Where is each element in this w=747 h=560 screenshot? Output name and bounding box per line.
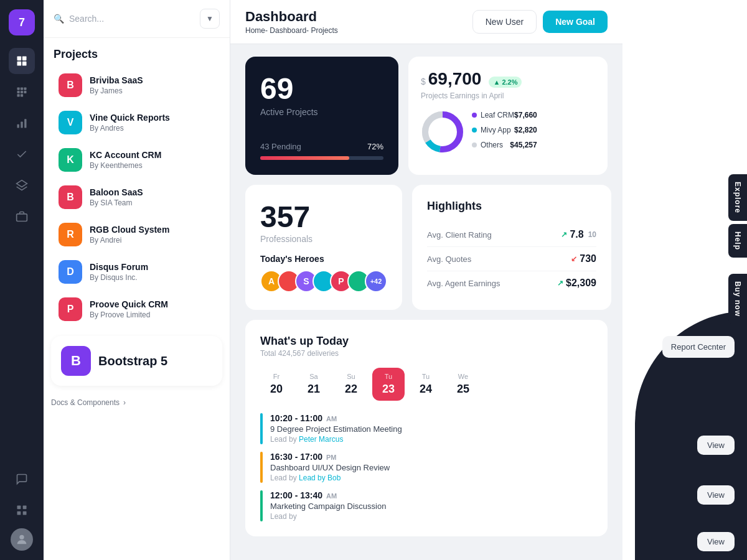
projects-panel: 🔍 ▼ Projects B Briviba SaaS By James V V… xyxy=(44,0,230,560)
user-avatar[interactable] xyxy=(11,528,33,551)
progress-percent: 72% xyxy=(367,142,383,151)
donut-chart xyxy=(421,110,464,154)
project-item[interactable]: B Briviba SaaS By James xyxy=(49,67,225,103)
project-info: KC Account CRM By Keenthemes xyxy=(90,150,215,170)
middle-row: 357 Professionals Today's Heroes ASP+42 … xyxy=(245,185,608,310)
day-number: 24 xyxy=(420,383,432,396)
event-ampm: AM xyxy=(326,492,337,500)
project-info: RGB Cloud System By Andrei xyxy=(90,225,215,245)
breadcrumb-dashboard[interactable]: Dashboard- xyxy=(270,26,309,35)
legend-dot-others xyxy=(472,142,477,147)
project-logo: V xyxy=(59,111,82,134)
svg-rect-5 xyxy=(21,88,23,90)
earnings-badge: ▲ 2.2% xyxy=(489,77,522,88)
whatsup-subtitle: Total 424,567 deliveries xyxy=(260,349,593,358)
event-lead: Lead by Lead by Bob xyxy=(270,474,593,482)
docs-link[interactable]: Docs & Components › xyxy=(44,393,230,412)
project-item[interactable]: V Vine Quick Reports By Andres xyxy=(49,105,225,141)
hero-more: +42 xyxy=(365,270,387,292)
svg-rect-3 xyxy=(22,62,27,66)
view-button-1[interactable]: View xyxy=(697,436,735,455)
legend-others: Others $45,257 xyxy=(472,141,537,149)
calendar-day[interactable]: We 25 xyxy=(447,368,479,401)
buynow-tab[interactable]: Buy now xyxy=(728,274,747,324)
highlight-label: Avg. Quotes xyxy=(427,254,471,264)
project-info: Briviba SaaS By James xyxy=(90,75,215,95)
sidebar-nav: 7 xyxy=(0,0,44,560)
event-lead-link[interactable]: Peter Marcus xyxy=(299,435,343,444)
svg-rect-18 xyxy=(23,506,27,510)
legend-value-others: $45,257 xyxy=(510,141,537,149)
project-logo: B xyxy=(59,185,82,209)
event-item: 16:30 - 17:00 PM Dashboard UI/UX Design … xyxy=(260,452,593,483)
project-item[interactable]: K KC Account CRM By Keenthemes xyxy=(49,142,225,178)
highlight-value: ↙ 730 xyxy=(571,253,596,264)
svg-rect-17 xyxy=(17,506,21,510)
heroes-title: Today's Heroes xyxy=(260,254,387,264)
svg-rect-0 xyxy=(17,57,22,61)
nav-analytics[interactable] xyxy=(9,110,35,136)
event-ampm: PM xyxy=(326,454,337,461)
calendar-day[interactable]: Fr 20 xyxy=(260,368,293,401)
nav-work[interactable] xyxy=(9,203,35,230)
new-user-button[interactable]: New User xyxy=(472,10,537,34)
highlight-row: Avg. Quotes ↙ 730 xyxy=(427,247,596,271)
explore-tab[interactable]: Explore xyxy=(728,174,747,221)
breadcrumb-home[interactable]: Home- xyxy=(245,26,268,35)
sidebar-avatar[interactable]: 7 xyxy=(9,9,35,35)
calendar-days: Fr 20 Sa 21 Su 22 Tu 23 Tu 24 We 25 xyxy=(260,368,593,401)
highlights-title: Highlights xyxy=(427,200,596,213)
nav-tasks[interactable] xyxy=(9,141,35,167)
main-content: Dashboard Home- Dashboard- Projects New … xyxy=(230,0,622,560)
nav-grid2[interactable] xyxy=(9,497,35,523)
project-item[interactable]: D Disqus Forum By Disqus Inc. xyxy=(49,254,225,290)
view-button-3[interactable]: View xyxy=(697,532,735,551)
project-name: KC Account CRM xyxy=(90,150,215,160)
project-author: By Andres xyxy=(90,124,215,133)
calendar-day[interactable]: Tu 24 xyxy=(410,368,442,401)
nav-messages[interactable] xyxy=(9,466,35,492)
project-name: Disqus Forum xyxy=(90,262,215,272)
project-author: By Keenthemes xyxy=(90,161,215,170)
project-logo: P xyxy=(59,297,82,321)
new-goal-button[interactable]: New Goal xyxy=(543,11,608,33)
svg-rect-12 xyxy=(17,124,19,128)
nav-apps[interactable] xyxy=(9,79,35,105)
legend-label-others: Others xyxy=(481,141,503,149)
search-input[interactable] xyxy=(69,14,195,24)
nav-dashboard[interactable] xyxy=(9,48,35,74)
bootstrap-banner: B Bootstrap 5 xyxy=(51,336,222,386)
project-item[interactable]: P Proove Quick CRM By Proove Limited xyxy=(49,291,225,327)
view-button-2[interactable]: View xyxy=(697,485,735,505)
event-item: 12:00 - 13:40 AM Marketing Campaign Disc… xyxy=(260,490,593,521)
event-title: Dashboard UI/UX Design Review xyxy=(270,463,593,472)
whatsup-title: What's up Today xyxy=(260,335,593,348)
highlight-label: Avg. Client Rating xyxy=(427,230,492,240)
calendar-day[interactable]: Tu 23 xyxy=(372,368,405,401)
help-tab[interactable]: Help xyxy=(728,224,747,258)
event-title: 9 Degree Project Estimation Meeting xyxy=(270,424,593,434)
svg-rect-9 xyxy=(24,91,26,93)
svg-rect-8 xyxy=(21,91,23,93)
event-lead: Lead by xyxy=(270,512,593,521)
active-projects-card: 69 Active Projects 43 Pending 72% xyxy=(245,57,398,175)
project-info: Proove Quick CRM By Proove Limited xyxy=(90,299,215,319)
highlight-value: ↗ $2,309 xyxy=(557,278,596,289)
project-item[interactable]: R RGB Cloud System By Andrei xyxy=(49,217,225,253)
project-name: Vine Quick Reports xyxy=(90,113,215,123)
calendar-day[interactable]: Sa 21 xyxy=(298,368,330,401)
main-header: Dashboard Home- Dashboard- Projects New … xyxy=(230,0,622,44)
event-ampm: AM xyxy=(326,415,337,422)
day-number: 25 xyxy=(457,383,469,396)
calendar-day[interactable]: Su 22 xyxy=(335,368,367,401)
event-lead-link[interactable]: Lead by Bob xyxy=(299,474,341,482)
highlight-value: ↗ 7.810 xyxy=(561,229,596,240)
report-center-button[interactable]: Report Cecnter xyxy=(662,336,735,358)
project-item[interactable]: B Baloon SaaS By SIA Team xyxy=(49,179,225,215)
event-bar xyxy=(260,490,263,521)
svg-rect-7 xyxy=(17,91,20,93)
filter-button[interactable]: ▼ xyxy=(200,9,220,29)
legend-label-mivy: Mivy App xyxy=(481,126,511,134)
project-author: By James xyxy=(90,86,215,95)
nav-layers[interactable] xyxy=(9,172,35,198)
